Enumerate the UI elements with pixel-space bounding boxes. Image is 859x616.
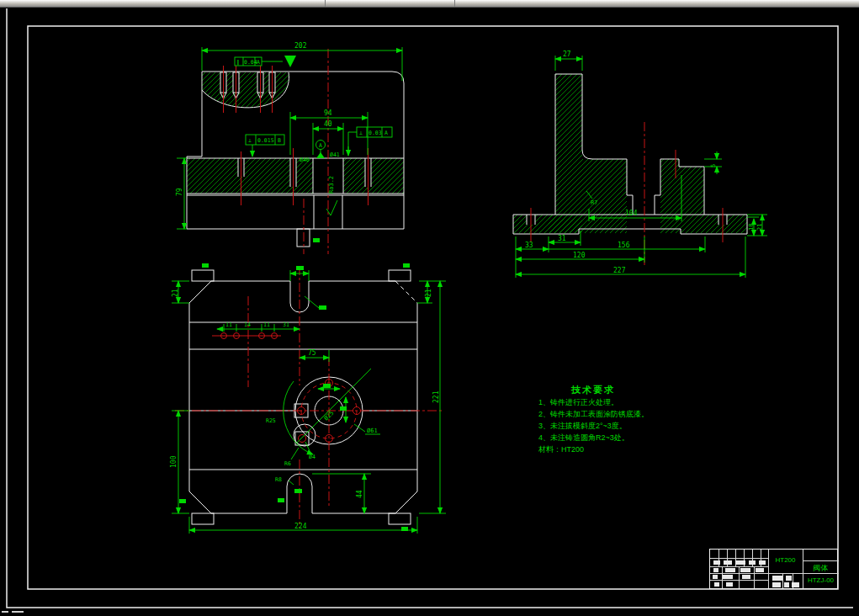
dim-side-21: 21 — [756, 224, 763, 231]
dim-side-120: 120 — [573, 252, 586, 259]
outer-frame — [7, 8, 853, 608]
dim-plan-r8: R8 — [275, 476, 282, 483]
band-holes — [212, 333, 281, 339]
tech-req-item-1: 1、铸件进行正火处理。 — [538, 396, 690, 408]
titleblock-filled-cell — [756, 568, 764, 572]
dim-side-18: 18 — [748, 224, 755, 231]
dim-plan-dia4: Ø4 — [309, 454, 315, 460]
dim-plan-31: 31 — [283, 321, 289, 328]
fcf-parallel-symbol: ∥ — [236, 59, 239, 66]
titleblock-line — [803, 560, 839, 561]
dim-plan-11a: 11 — [225, 321, 232, 328]
plan-view: 21 21 11 14 11 31 75 221 100 224 44 Ø61 … — [170, 238, 446, 534]
titleblock-filled-cell — [740, 568, 750, 572]
titleblock-filled-cell — [749, 560, 756, 565]
dim-plan-75: 75 — [308, 349, 316, 357]
front-view: ∥ 0.04 A ⊥ 0.015 B ⊥ 0.03 A — [176, 42, 404, 254]
dim-plan-dia25: Ø25 — [323, 410, 336, 422]
titleblock-filled-cell — [792, 582, 799, 587]
dim-front-dia40: Ø40 — [300, 157, 310, 163]
titleblock-filled-cell — [772, 582, 781, 587]
titleblock-line — [768, 573, 803, 574]
dim-side-27: 27 — [563, 50, 571, 58]
titleblock-part-name: 阀体 — [803, 563, 839, 574]
titleblock-filled-cell — [742, 575, 750, 579]
dim-plan-11b: 11 — [263, 321, 270, 328]
titleblock-filled-cell — [735, 560, 745, 565]
titleblock-filled-cell — [723, 575, 733, 579]
titleblock-material: HT200 — [768, 556, 803, 564]
drawing-sheet: ∥ 0.04 A ⊥ 0.015 B ⊥ 0.03 A — [0, 0, 859, 616]
titleblock-line — [782, 573, 783, 588]
dim-plan-r25: R25 — [266, 417, 276, 424]
fcf-parallel-datum: A — [257, 59, 260, 66]
titleblock-drawing-no: HTZJ-00 — [803, 576, 839, 584]
dim-plan-221: 221 — [432, 390, 440, 403]
datum-feature-a: A — [316, 141, 326, 159]
roughness-ra32: Ra3.2 — [328, 176, 335, 194]
tech-req-item-3: 3、未注拔模斜度2°~3度。 — [538, 420, 690, 432]
titleblock-filled-cell — [713, 575, 718, 579]
dim-front-202: 202 — [294, 42, 307, 50]
titleblock-filled-cell — [714, 582, 719, 587]
titleblock-filled-cell — [724, 560, 732, 565]
titleblock-filled-cell — [713, 560, 720, 565]
plan-centerlines — [175, 266, 444, 528]
dim-front-dia41: Ø41 — [330, 151, 340, 158]
technical-requirements: 技术要求 1、铸件进行正火处理。 2、铸件未加工表面涂防锈底漆。 3、未注拔模斜… — [538, 384, 690, 456]
titleblock-filled-cell — [772, 576, 782, 581]
fcf-perp1-datum: B — [278, 137, 281, 144]
dim-plan-224: 224 — [294, 523, 307, 530]
status-mark — [2, 611, 8, 613]
sheet-border — [28, 26, 838, 589]
material-note: 材料：HT200 — [538, 443, 690, 456]
titleblock-filled-cell — [759, 560, 766, 565]
dim-plan-14: 14 — [244, 321, 251, 328]
tech-req-title: 技术要求 — [538, 384, 648, 396]
fcf-perp2-tolerance: 0.03 — [369, 130, 382, 136]
fcf-perpendicularity-a: ⊥ 0.03 A — [357, 127, 392, 137]
dim-side-r7: R7 — [591, 199, 597, 206]
dim-front-40: 40 — [324, 120, 332, 128]
status-mark — [12, 611, 24, 613]
fcf-parallel-tolerance: 0.04 — [244, 59, 257, 66]
dim-plan-dia61: Ø61 — [367, 427, 378, 434]
dim-side-31: 31 — [558, 235, 566, 242]
title-block: HT200 阀体 HTZJ-00 — [709, 549, 838, 589]
titleblock-line — [739, 566, 740, 588]
dim-plan-100: 100 — [170, 455, 178, 468]
fcf-parallelism: ∥ 0.04 A — [235, 57, 262, 66]
titleblock-filled-cell — [725, 568, 735, 572]
dim-side-33: 33 — [525, 242, 533, 249]
dim-front-79: 79 — [176, 188, 183, 196]
dim-side-5: 5 — [710, 164, 717, 167]
titleblock-filled-cell — [786, 576, 792, 581]
fcf-perp2-datum: A — [384, 130, 388, 136]
side-dimensions — [516, 56, 767, 278]
dim-side-227: 227 — [613, 267, 626, 274]
fcf-perp2-symbol: ⊥ — [359, 130, 363, 136]
dim-side-104: 104 — [625, 210, 638, 217]
status-marks — [2, 609, 35, 614]
dim-plan-44: 44 — [356, 490, 363, 498]
tech-req-item-4: 4、未注铸造圆角R2~3处。 — [538, 432, 690, 443]
titleblock-filled-cell — [713, 568, 718, 572]
dim-plan-r6: R6 — [284, 460, 291, 467]
dim-plan-21-right: 21 — [425, 289, 432, 297]
fcf-perpendicularity-b: ⊥ 0.015 B — [246, 135, 284, 145]
dim-front-94: 94 — [324, 109, 332, 117]
datum-a-label: A — [319, 142, 322, 149]
fcf-perp1-symbol: ⊥ — [248, 137, 252, 144]
titleblock-filled-cell — [726, 582, 733, 587]
dim-side-156: 156 — [618, 242, 630, 249]
small-dim-marks — [179, 238, 410, 531]
titleblock-divider — [768, 550, 769, 588]
corner-tabs — [192, 270, 411, 524]
fcf-perp1-tolerance: 0.015 — [257, 137, 274, 144]
tech-req-item-2: 2、铸件未加工表面涂防锈底漆。 — [538, 408, 690, 420]
dim-plan-21-left: 21 — [172, 289, 179, 297]
cad-application-canvas: ∥ 0.04 A ⊥ 0.015 B ⊥ 0.03 A — [0, 0, 859, 616]
side-view: 27 R7 5 104 31 33 156 120 227 18 21 — [513, 50, 767, 278]
plan-dimensions — [172, 270, 446, 534]
titleblock-line — [754, 566, 755, 588]
